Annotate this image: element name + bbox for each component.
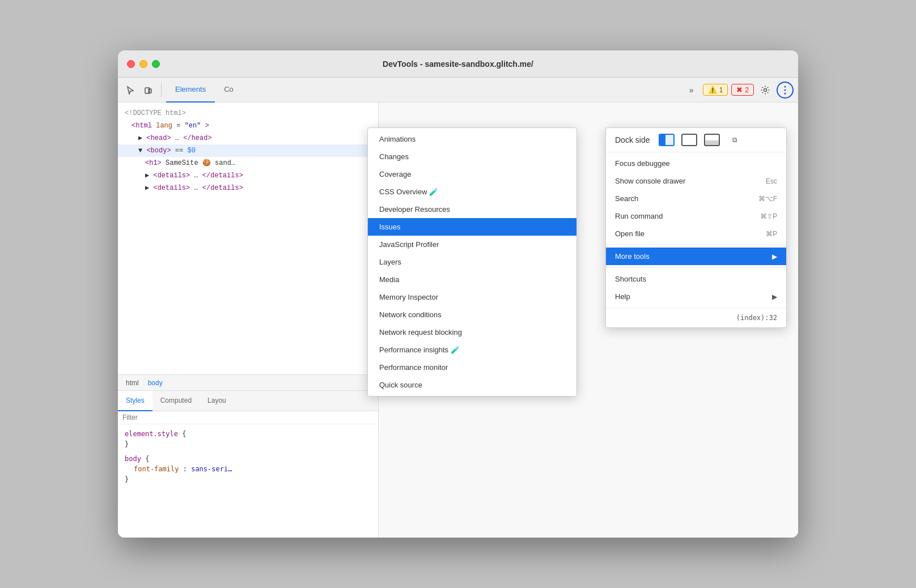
menu-divider-2 bbox=[606, 245, 786, 245]
tab-elements[interactable]: Elements bbox=[166, 78, 215, 103]
titlebar: DevTools - samesite-sandbox.glitch.me/ bbox=[118, 50, 798, 78]
device-toggle-icon[interactable] bbox=[141, 82, 156, 98]
dock-left-button[interactable] bbox=[659, 134, 675, 146]
filter-input[interactable] bbox=[122, 414, 374, 421]
menu-item-media[interactable]: Media bbox=[368, 271, 576, 288]
menu-item-shortcuts[interactable]: Shortcuts bbox=[606, 270, 786, 288]
menu-item-developer-resources[interactable]: Developer Resources bbox=[368, 201, 576, 218]
html-line-head[interactable]: ▶ <head> … </head> bbox=[118, 132, 378, 144]
menu-item-more-tools[interactable]: More tools ▶ bbox=[606, 248, 786, 265]
tab-computed[interactable]: Computed bbox=[152, 391, 200, 411]
right-context-menu: Dock side Focus debuggee Show console dr… bbox=[605, 127, 787, 328]
html-line-h1[interactable]: <h1> SameSite 🍪 sand… bbox=[118, 157, 378, 169]
menu-divider-3 bbox=[606, 267, 786, 268]
minimize-button[interactable] bbox=[139, 60, 147, 68]
menu-item-network-request-blocking[interactable]: Network request blocking bbox=[368, 323, 576, 341]
dock-detach-button[interactable] bbox=[727, 134, 743, 146]
menu-item-help[interactable]: Help ▶ bbox=[606, 288, 786, 305]
menu-item-changes[interactable]: Changes bbox=[368, 148, 576, 165]
dock-bottom-button[interactable] bbox=[704, 134, 720, 146]
toolbar-divider-1 bbox=[161, 83, 162, 97]
more-options-button[interactable] bbox=[777, 82, 794, 99]
dock-side-section: Dock side bbox=[606, 130, 786, 150]
warning-badge[interactable]: ⚠️ 1 bbox=[703, 84, 728, 96]
main-area: <!DOCTYPE html> <html lang = "en" > ▶ <h… bbox=[118, 103, 798, 538]
dock-side-label: Dock side bbox=[615, 135, 650, 144]
devtools-body: Elements Co » ⚠️ 1 ✖ 2 bbox=[118, 78, 798, 538]
menu-item-performance-monitor[interactable]: Performance monitor bbox=[368, 359, 576, 376]
menu-item-issues[interactable]: Issues bbox=[368, 218, 576, 236]
menu-divider-4 bbox=[606, 308, 786, 308]
tab-layout[interactable]: Layou bbox=[200, 391, 234, 411]
dock-top-button[interactable] bbox=[681, 134, 697, 146]
menu-item-animations[interactable]: Animations bbox=[368, 130, 576, 148]
tabs-row: Elements Co bbox=[166, 78, 243, 103]
menu-item-focus-debuggee[interactable]: Focus debuggee bbox=[606, 155, 786, 172]
breadcrumb: html body bbox=[118, 374, 378, 390]
more-tools-menu: Animations Changes Coverage CSS Overview… bbox=[367, 127, 577, 397]
css-rule-element-style: element.style { } bbox=[125, 429, 371, 449]
css-rule-body: body { font-family : sans-seri… } bbox=[125, 454, 371, 484]
html-line-details-1[interactable]: ▶ <details> … </details> bbox=[118, 169, 378, 182]
menu-item-js-profiler[interactable]: JavaScript Profiler bbox=[368, 236, 576, 253]
html-line-doctype[interactable]: <!DOCTYPE html> bbox=[118, 107, 378, 120]
filter-row bbox=[118, 411, 378, 424]
html-tree: <!DOCTYPE html> <html lang = "en" > ▶ <h… bbox=[118, 103, 378, 374]
html-line-body[interactable]: ▼ <body> == $0 bbox=[118, 144, 378, 157]
styles-content: element.style { } body { bbox=[118, 424, 378, 538]
window-title: DevTools - samesite-sandbox.glitch.me/ bbox=[383, 59, 533, 69]
menu-item-performance-insights[interactable]: Performance insights 🧪 bbox=[368, 341, 576, 359]
menu-item-layers[interactable]: Layers bbox=[368, 253, 576, 271]
close-button[interactable] bbox=[127, 60, 135, 68]
svg-point-2 bbox=[764, 88, 767, 91]
menu-item-css-overview[interactable]: CSS Overview 🧪 bbox=[368, 183, 576, 201]
index-footer: (index):32 bbox=[606, 310, 786, 325]
devtools-window: DevTools - samesite-sandbox.glitch.me/ E… bbox=[118, 50, 798, 538]
traffic-lights bbox=[127, 60, 160, 68]
tab-co[interactable]: Co bbox=[215, 78, 243, 103]
bottom-tabs: Styles Computed Layou bbox=[118, 391, 378, 411]
toolbar-right: » ⚠️ 1 ✖ 2 bbox=[684, 82, 794, 99]
svg-point-3 bbox=[784, 86, 786, 87]
elements-panel: <!DOCTYPE html> <html lang = "en" > ▶ <h… bbox=[118, 103, 379, 538]
menu-item-run-command[interactable]: Run command ⌘⇧P bbox=[606, 207, 786, 225]
cursor-icon[interactable] bbox=[122, 82, 138, 98]
more-tabs-button[interactable]: » bbox=[684, 82, 699, 98]
breadcrumb-html[interactable]: html bbox=[122, 378, 142, 388]
breadcrumb-body[interactable]: body bbox=[145, 378, 166, 388]
menu-item-show-console-drawer[interactable]: Show console drawer Esc bbox=[606, 172, 786, 190]
tab-styles[interactable]: Styles bbox=[118, 391, 152, 411]
html-line-html[interactable]: <html lang = "en" > bbox=[118, 120, 378, 132]
menu-item-quick-source[interactable]: Quick source bbox=[368, 376, 576, 394]
top-toolbar: Elements Co » ⚠️ 1 ✖ 2 bbox=[118, 78, 798, 103]
warning-icon: ⚠️ bbox=[708, 86, 717, 94]
menu-item-open-file[interactable]: Open file ⌘P bbox=[606, 225, 786, 242]
styles-panel: Styles Computed Layou bbox=[118, 390, 378, 538]
menu-item-network-conditions[interactable]: Network conditions bbox=[368, 306, 576, 323]
menu-divider-1 bbox=[606, 152, 786, 152]
error-badge[interactable]: ✖ 2 bbox=[731, 84, 754, 96]
error-icon: ✖ bbox=[736, 86, 743, 94]
svg-point-4 bbox=[784, 89, 786, 91]
menu-item-coverage[interactable]: Coverage bbox=[368, 165, 576, 183]
menu-item-memory-inspector[interactable]: Memory Inspector bbox=[368, 288, 576, 306]
menu-item-search[interactable]: Search ⌘⌥F bbox=[606, 190, 786, 207]
svg-point-5 bbox=[784, 92, 786, 94]
maximize-button[interactable] bbox=[152, 60, 160, 68]
html-line-details-2[interactable]: ▶ <details> … </details> bbox=[118, 182, 378, 194]
settings-button[interactable] bbox=[757, 82, 773, 98]
